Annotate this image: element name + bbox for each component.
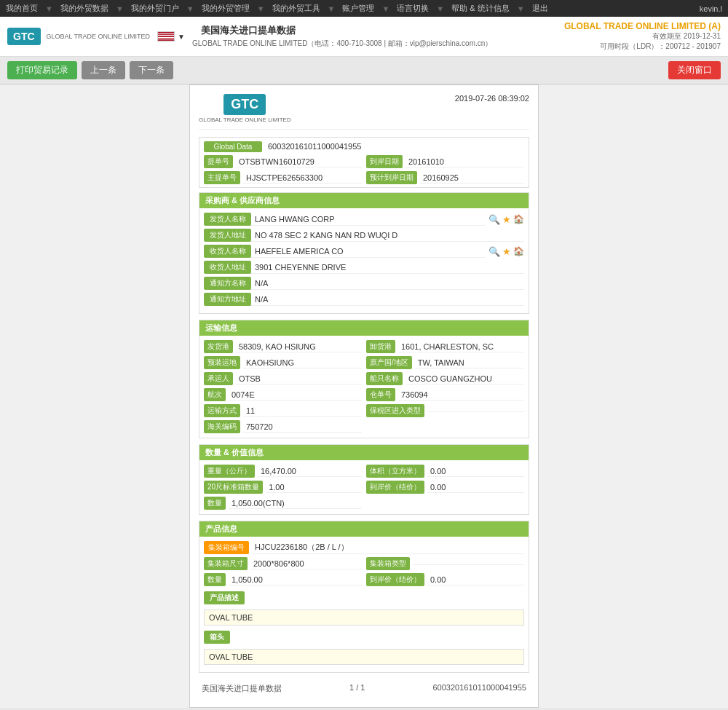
transport-section: 运输信息 发货港 58309, KAO HSIUNG 卸货港 1601, CHA… (199, 320, 529, 438)
container20-value: 1.00 (266, 482, 362, 493)
master-bill-label: 主提单号 (204, 171, 240, 184)
consignee-search-icon[interactable]: 🔍 (488, 246, 500, 257)
valid-until: 有效期至 2019-12-31 (564, 31, 721, 42)
notify-label: 通知方名称 (204, 277, 251, 290)
dest-port-label: 卸货港 (366, 340, 395, 353)
container-no-label: 集装箱编号 (204, 541, 249, 554)
nav-account[interactable]: 账户管理 (342, 3, 374, 14)
prod-price-field: 到岸价（结价） 0.00 (366, 573, 524, 586)
quantity-value: 1,050.00(CTN) (229, 498, 362, 509)
est-arrival-field: 预计到岸日期 20160925 (366, 171, 524, 184)
unit-price-value: 0.00 (427, 482, 524, 493)
supplier-section: 采购商 & 供应商信息 发货人名称 LANG HWANG CORP 🔍 ★ 🏠 (199, 192, 529, 314)
global-data-section: Global Data 600320161011000041955 提单号 OT… (199, 137, 529, 188)
country-label: 原产国/地区 (366, 356, 412, 369)
origin-port-field: 发货港 58309, KAO HSIUNG (204, 340, 362, 353)
nav-tools[interactable]: 我的外贸工具 (272, 3, 320, 14)
page-title: 美国海关进口提单数据 (201, 24, 492, 37)
quantity-section: 数量 & 价值信息 重量（公斤） 16,470.00 体积（立方米） 0.00 (199, 444, 529, 515)
page-info-row: 美国海关进口提单数据 1 / 1 600320161011000041955 (199, 679, 529, 698)
next-button-top[interactable]: 下一条 (130, 61, 173, 79)
nav-sep-3: ▼ (186, 4, 194, 13)
volume-label: 体积（立方米） (366, 465, 424, 478)
page-numbers: 1 / 1 (349, 683, 365, 694)
consignee-icons: 🔍 ★ 🏠 (488, 246, 524, 257)
logo-box: GTC (7, 28, 41, 45)
product-section: 产品信息 集装箱编号 HJCU2236180（2B / L /） 集装箱尺寸 2… (199, 521, 529, 673)
consignee-label: 收货人名称 (204, 245, 251, 258)
container-size-label: 集装箱尺寸 (204, 557, 248, 570)
warehouse-value: 736094 (398, 390, 524, 401)
nav-help[interactable]: 帮助 & 统计信息 (451, 3, 509, 14)
content-area: GTC GLOBAL TRADE ONLINE LIMITED 2019-07-… (0, 84, 728, 708)
nav-sep-7: ▼ (436, 4, 444, 13)
nav-portal[interactable]: 我的外贸门户 (131, 3, 179, 14)
transport-section-body: 发货港 58309, KAO HSIUNG 卸货港 1601, CHARLEST… (199, 336, 529, 438)
prev-button-top[interactable]: 上一条 (82, 61, 125, 79)
container-type-field: 集装箱类型 (366, 557, 524, 570)
notify-addr-row: 通知方地址 N/A (204, 293, 524, 306)
ldr-info: 可用时段（LDR）：200712 - 201907 (564, 42, 721, 52)
quantity-section-body: 重量（公斤） 16,470.00 体积（立方米） 0.00 20尺标准箱数量 (199, 460, 529, 514)
prod-price-value: 0.00 (427, 575, 524, 585)
nav-sep-6: ▼ (381, 4, 389, 13)
user-name: kevin.l (700, 4, 722, 13)
container-size-field: 集装箱尺寸 2000*806*800 (204, 557, 362, 570)
notify-addr-label: 通知方地址 (204, 293, 251, 306)
customs-value: 750720 (243, 422, 362, 433)
consignee-value: HAEFELE AMERICA CO (251, 245, 486, 258)
nav-logout[interactable]: 退出 (532, 3, 548, 14)
notify-row: 通知方名称 N/A (204, 277, 524, 290)
arrival-date-label: 到岸日期 (366, 155, 403, 168)
prod-quantity-value: 1,050.00 (229, 575, 362, 585)
print-logo-box: GTC (223, 94, 266, 115)
notify-value: N/A (251, 277, 524, 290)
page-source: 美国海关进口提单数据 (202, 683, 282, 694)
nav-sep-5: ▼ (328, 4, 336, 13)
container-no-value: HJCU2236180（2B / L /） (252, 541, 524, 554)
transport-section-header: 运输信息 (199, 320, 529, 336)
bonded-label: 保税区进入类型 (366, 404, 424, 417)
flag-dropdown-icon[interactable]: ▼ (178, 33, 185, 41)
shipper-addr-label: 发货人地址 (204, 229, 251, 242)
transport-mode-field: 运输方式 11 (204, 404, 362, 417)
origin-port-label: 发货港 (204, 340, 233, 353)
voyage-value: 0074E (229, 390, 362, 401)
global-data-label: Global Data (204, 141, 262, 152)
quantity-label: 数量 (204, 497, 226, 510)
sub-header-area: 箱头 OVAL TUBE (204, 628, 524, 665)
vessel-field: 船只名称 COSCO GUANGZHOU (366, 372, 524, 385)
nav-home[interactable]: 我的首页 (6, 3, 38, 14)
header-right: GLOBAL TRADE ONLINE LIMITED (A) 有效期至 201… (564, 21, 721, 52)
nav-management[interactable]: 我的外贸管理 (202, 3, 250, 14)
master-bill-value: HJSCTPE626563300 (243, 173, 362, 184)
product-section-header: 产品信息 (199, 521, 529, 537)
top-toolbar: 打印贸易记录 上一条 下一条 关闭窗口 (0, 57, 728, 84)
page-header: GTC GLOBAL TRADE ONLINE LIMITED ▼ 美国海关进口… (0, 17, 728, 57)
warehouse-label: 仓单号 (366, 388, 395, 401)
shipper-value: LANG HWANG CORP (251, 213, 486, 226)
shipper-row: 发货人名称 LANG HWANG CORP 🔍 ★ 🏠 (204, 213, 524, 226)
nav-language[interactable]: 语言切换 (397, 3, 429, 14)
consignee-row: 收货人名称 HAEFELE AMERICA CO 🔍 ★ 🏠 (204, 245, 524, 258)
consignee-home-icon[interactable]: 🏠 (513, 246, 524, 256)
weight-label: 重量（公斤） (204, 465, 255, 478)
product-section-body: 集装箱编号 HJCU2236180（2B / L /） 集装箱尺寸 2000*8… (199, 537, 529, 672)
shipper-search-icon[interactable]: 🔍 (488, 214, 500, 225)
shipper-home-icon[interactable]: 🏠 (513, 214, 524, 224)
bill-no-value: OTSBTWN16010729 (236, 157, 362, 167)
container-type-label: 集装箱类型 (366, 557, 410, 570)
print-header: GTC GLOBAL TRADE ONLINE LIMITED 2019-07-… (199, 94, 529, 130)
unit-price-field: 到岸价（结价） 0.00 (366, 481, 524, 494)
print-datetime: 2019-07-26 08:39:02 (455, 94, 529, 103)
print-record-button-top[interactable]: 打印贸易记录 (7, 61, 77, 79)
prod-desc-area: 产品描述 OVAL TUBE (204, 589, 524, 626)
global-data-value: 600320161011000041955 (262, 141, 367, 152)
bonded-value (427, 410, 524, 412)
close-button-top[interactable]: 关闭窗口 (668, 61, 721, 79)
global-data-row: Global Data 600320161011000041955 提单号 OT… (199, 138, 529, 187)
consignee-star-icon[interactable]: ★ (502, 246, 511, 257)
shipper-star-icon[interactable]: ★ (502, 214, 511, 225)
nav-trade-data[interactable]: 我的外贸数据 (60, 3, 108, 14)
shipper-addr-row: 发货人地址 NO 478 SEC 2 KANG NAN RD WUQI D (204, 229, 524, 242)
